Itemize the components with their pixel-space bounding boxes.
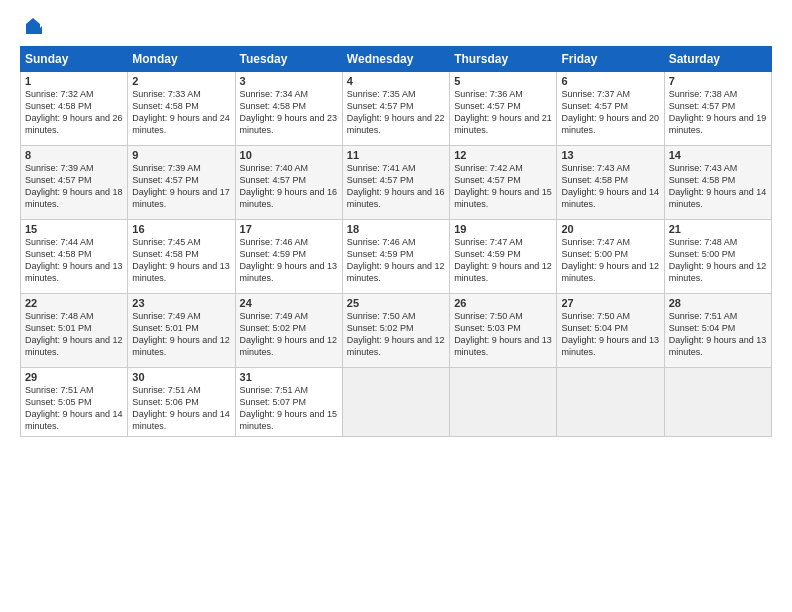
- day-number: 2: [132, 75, 230, 87]
- day-info: Sunrise: 7:48 AMSunset: 5:00 PMDaylight:…: [669, 236, 767, 285]
- week-row-3: 15Sunrise: 7:44 AMSunset: 4:58 PMDayligh…: [21, 220, 772, 294]
- day-info: Sunrise: 7:42 AMSunset: 4:57 PMDaylight:…: [454, 162, 552, 211]
- calendar-cell: 8Sunrise: 7:39 AMSunset: 4:57 PMDaylight…: [21, 146, 128, 220]
- day-info: Sunrise: 7:36 AMSunset: 4:57 PMDaylight:…: [454, 88, 552, 137]
- calendar-cell: 29Sunrise: 7:51 AMSunset: 5:05 PMDayligh…: [21, 368, 128, 437]
- week-row-4: 22Sunrise: 7:48 AMSunset: 5:01 PMDayligh…: [21, 294, 772, 368]
- day-info: Sunrise: 7:49 AMSunset: 5:02 PMDaylight:…: [240, 310, 338, 359]
- page: SundayMondayTuesdayWednesdayThursdayFrid…: [0, 0, 792, 612]
- week-row-1: 1Sunrise: 7:32 AMSunset: 4:58 PMDaylight…: [21, 72, 772, 146]
- day-number: 13: [561, 149, 659, 161]
- day-info: Sunrise: 7:35 AMSunset: 4:57 PMDaylight:…: [347, 88, 445, 137]
- day-info: Sunrise: 7:40 AMSunset: 4:57 PMDaylight:…: [240, 162, 338, 211]
- day-info: Sunrise: 7:47 AMSunset: 4:59 PMDaylight:…: [454, 236, 552, 285]
- header: [20, 16, 772, 38]
- calendar-cell: 7Sunrise: 7:38 AMSunset: 4:57 PMDaylight…: [664, 72, 771, 146]
- day-info: Sunrise: 7:51 AMSunset: 5:05 PMDaylight:…: [25, 384, 123, 433]
- day-number: 14: [669, 149, 767, 161]
- day-number: 27: [561, 297, 659, 309]
- col-header-sunday: Sunday: [21, 47, 128, 72]
- calendar-cell: 13Sunrise: 7:43 AMSunset: 4:58 PMDayligh…: [557, 146, 664, 220]
- calendar-cell: 14Sunrise: 7:43 AMSunset: 4:58 PMDayligh…: [664, 146, 771, 220]
- week-row-2: 8Sunrise: 7:39 AMSunset: 4:57 PMDaylight…: [21, 146, 772, 220]
- calendar-cell: 21Sunrise: 7:48 AMSunset: 5:00 PMDayligh…: [664, 220, 771, 294]
- day-number: 17: [240, 223, 338, 235]
- day-number: 19: [454, 223, 552, 235]
- day-number: 6: [561, 75, 659, 87]
- day-info: Sunrise: 7:46 AMSunset: 4:59 PMDaylight:…: [240, 236, 338, 285]
- col-header-saturday: Saturday: [664, 47, 771, 72]
- calendar-cell: [557, 368, 664, 437]
- day-number: 21: [669, 223, 767, 235]
- week-row-5: 29Sunrise: 7:51 AMSunset: 5:05 PMDayligh…: [21, 368, 772, 437]
- calendar-cell: 31Sunrise: 7:51 AMSunset: 5:07 PMDayligh…: [235, 368, 342, 437]
- day-info: Sunrise: 7:32 AMSunset: 4:58 PMDaylight:…: [25, 88, 123, 137]
- day-info: Sunrise: 7:34 AMSunset: 4:58 PMDaylight:…: [240, 88, 338, 137]
- calendar-cell: 23Sunrise: 7:49 AMSunset: 5:01 PMDayligh…: [128, 294, 235, 368]
- calendar-cell: 27Sunrise: 7:50 AMSunset: 5:04 PMDayligh…: [557, 294, 664, 368]
- day-info: Sunrise: 7:43 AMSunset: 4:58 PMDaylight:…: [561, 162, 659, 211]
- day-number: 26: [454, 297, 552, 309]
- calendar-cell: [450, 368, 557, 437]
- calendar-cell: 20Sunrise: 7:47 AMSunset: 5:00 PMDayligh…: [557, 220, 664, 294]
- day-number: 16: [132, 223, 230, 235]
- calendar-cell: 2Sunrise: 7:33 AMSunset: 4:58 PMDaylight…: [128, 72, 235, 146]
- day-number: 5: [454, 75, 552, 87]
- calendar-cell: [342, 368, 449, 437]
- day-number: 11: [347, 149, 445, 161]
- day-number: 15: [25, 223, 123, 235]
- calendar: SundayMondayTuesdayWednesdayThursdayFrid…: [20, 46, 772, 437]
- day-info: Sunrise: 7:51 AMSunset: 5:06 PMDaylight:…: [132, 384, 230, 433]
- col-header-friday: Friday: [557, 47, 664, 72]
- calendar-cell: 26Sunrise: 7:50 AMSunset: 5:03 PMDayligh…: [450, 294, 557, 368]
- day-number: 7: [669, 75, 767, 87]
- day-number: 25: [347, 297, 445, 309]
- day-info: Sunrise: 7:50 AMSunset: 5:03 PMDaylight:…: [454, 310, 552, 359]
- calendar-cell: 10Sunrise: 7:40 AMSunset: 4:57 PMDayligh…: [235, 146, 342, 220]
- day-number: 31: [240, 371, 338, 383]
- day-number: 22: [25, 297, 123, 309]
- day-info: Sunrise: 7:48 AMSunset: 5:01 PMDaylight:…: [25, 310, 123, 359]
- col-header-tuesday: Tuesday: [235, 47, 342, 72]
- day-info: Sunrise: 7:45 AMSunset: 4:58 PMDaylight:…: [132, 236, 230, 285]
- calendar-cell: 3Sunrise: 7:34 AMSunset: 4:58 PMDaylight…: [235, 72, 342, 146]
- day-number: 8: [25, 149, 123, 161]
- day-info: Sunrise: 7:50 AMSunset: 5:02 PMDaylight:…: [347, 310, 445, 359]
- calendar-cell: 1Sunrise: 7:32 AMSunset: 4:58 PMDaylight…: [21, 72, 128, 146]
- calendar-cell: 28Sunrise: 7:51 AMSunset: 5:04 PMDayligh…: [664, 294, 771, 368]
- calendar-cell: 18Sunrise: 7:46 AMSunset: 4:59 PMDayligh…: [342, 220, 449, 294]
- day-info: Sunrise: 7:43 AMSunset: 4:58 PMDaylight:…: [669, 162, 767, 211]
- day-number: 30: [132, 371, 230, 383]
- day-info: Sunrise: 7:50 AMSunset: 5:04 PMDaylight:…: [561, 310, 659, 359]
- calendar-cell: 9Sunrise: 7:39 AMSunset: 4:57 PMDaylight…: [128, 146, 235, 220]
- day-info: Sunrise: 7:33 AMSunset: 4:58 PMDaylight:…: [132, 88, 230, 137]
- day-number: 12: [454, 149, 552, 161]
- day-info: Sunrise: 7:39 AMSunset: 4:57 PMDaylight:…: [25, 162, 123, 211]
- day-number: 24: [240, 297, 338, 309]
- day-info: Sunrise: 7:46 AMSunset: 4:59 PMDaylight:…: [347, 236, 445, 285]
- calendar-cell: 30Sunrise: 7:51 AMSunset: 5:06 PMDayligh…: [128, 368, 235, 437]
- day-number: 20: [561, 223, 659, 235]
- day-number: 29: [25, 371, 123, 383]
- day-info: Sunrise: 7:37 AMSunset: 4:57 PMDaylight:…: [561, 88, 659, 137]
- calendar-cell: 16Sunrise: 7:45 AMSunset: 4:58 PMDayligh…: [128, 220, 235, 294]
- calendar-cell: 15Sunrise: 7:44 AMSunset: 4:58 PMDayligh…: [21, 220, 128, 294]
- day-info: Sunrise: 7:49 AMSunset: 5:01 PMDaylight:…: [132, 310, 230, 359]
- logo-icon: [22, 16, 44, 38]
- calendar-cell: 22Sunrise: 7:48 AMSunset: 5:01 PMDayligh…: [21, 294, 128, 368]
- col-header-wednesday: Wednesday: [342, 47, 449, 72]
- day-number: 10: [240, 149, 338, 161]
- calendar-cell: 12Sunrise: 7:42 AMSunset: 4:57 PMDayligh…: [450, 146, 557, 220]
- day-number: 3: [240, 75, 338, 87]
- calendar-cell: 11Sunrise: 7:41 AMSunset: 4:57 PMDayligh…: [342, 146, 449, 220]
- day-number: 28: [669, 297, 767, 309]
- day-number: 9: [132, 149, 230, 161]
- calendar-cell: 25Sunrise: 7:50 AMSunset: 5:02 PMDayligh…: [342, 294, 449, 368]
- day-number: 1: [25, 75, 123, 87]
- logo-text: [20, 16, 44, 38]
- calendar-cell: 6Sunrise: 7:37 AMSunset: 4:57 PMDaylight…: [557, 72, 664, 146]
- day-info: Sunrise: 7:51 AMSunset: 5:07 PMDaylight:…: [240, 384, 338, 433]
- col-header-monday: Monday: [128, 47, 235, 72]
- day-number: 23: [132, 297, 230, 309]
- day-info: Sunrise: 7:41 AMSunset: 4:57 PMDaylight:…: [347, 162, 445, 211]
